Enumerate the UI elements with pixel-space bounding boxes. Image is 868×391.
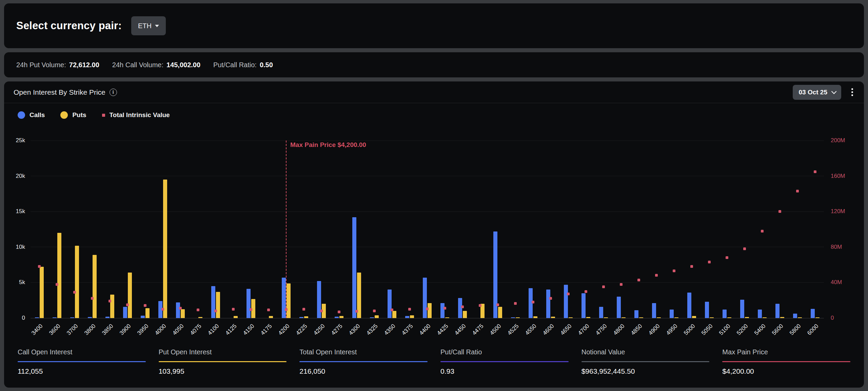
- call-bar: [581, 293, 586, 318]
- intrinsic-value-dot: [532, 301, 534, 303]
- intrinsic-value-dot: [602, 285, 605, 288]
- x-axis-label: 3950: [136, 323, 150, 337]
- x-axis-label: 5200: [735, 323, 749, 337]
- call-bar: [282, 278, 286, 318]
- x-axis-label: 4800: [612, 323, 626, 337]
- summary-underline: [159, 361, 287, 362]
- stat-put-call-ratio: Put/Call Ratio: 0.50: [213, 61, 273, 69]
- put-bar: [798, 317, 802, 318]
- summary-max-pain-price: Max Pain Price $4,200.00: [722, 348, 850, 375]
- chevron-down-icon: [831, 89, 837, 94]
- put-bar: [40, 267, 44, 318]
- put-bar: [463, 311, 467, 318]
- intrinsic-value-dot: [161, 308, 164, 311]
- intrinsic-value-dot: [637, 279, 640, 281]
- x-axis-label: 3400: [30, 323, 44, 337]
- summary-underline: [581, 361, 710, 362]
- currency-dropdown[interactable]: ETH: [131, 16, 166, 35]
- legend-item-calls[interactable]: Calls: [18, 111, 45, 119]
- x-axis-label: 5050: [700, 323, 714, 337]
- put-bar: [304, 316, 308, 318]
- x-axis-label: 4850: [630, 323, 644, 337]
- put-bar: [763, 317, 767, 318]
- intrinsic-value-dot: [179, 307, 182, 310]
- stat-value: 72,612.00: [69, 61, 99, 69]
- intrinsic-value-dot: [549, 297, 552, 300]
- chart-title: Open Interest By Strike Price: [14, 88, 105, 96]
- x-axis-label: 4950: [665, 323, 679, 337]
- intrinsic-value-dot: [197, 309, 199, 311]
- x-axis-label: 4300: [348, 323, 361, 337]
- legend-item-intrinsic-value[interactable]: Total Intrinsic Value: [102, 111, 170, 119]
- x-axis-label: 4400: [418, 323, 432, 337]
- call-bar: [53, 317, 57, 318]
- put-bar: [710, 317, 714, 318]
- put-bar: [569, 317, 573, 318]
- call-bar: [652, 303, 656, 318]
- x-axis-label: 4200: [277, 323, 291, 337]
- intrinsic-value-dot: [426, 308, 429, 310]
- y-axis-tick-left: 10k: [16, 244, 25, 250]
- call-bar: [211, 286, 215, 318]
- y-axis-tick-left: 25k: [16, 137, 25, 144]
- intrinsic-value-dot: [320, 310, 323, 312]
- call-bar: [246, 289, 251, 318]
- intrinsic-value-dot: [250, 308, 252, 311]
- x-axis-label: 4500: [489, 323, 502, 337]
- summary-value: 0.93: [440, 367, 569, 375]
- call-bar: [88, 317, 92, 318]
- intrinsic-value-dot: [690, 265, 693, 268]
- info-icon[interactable]: i: [110, 89, 117, 96]
- x-axis-label: 4175: [259, 323, 273, 337]
- intrinsic-value-dot: [214, 310, 217, 312]
- call-bar: [670, 310, 674, 318]
- x-axis-label: 5000: [683, 323, 696, 337]
- intrinsic-value-dot: [796, 190, 799, 192]
- summary-put-call-ratio: Put/Call Ratio 0.93: [440, 348, 569, 375]
- put-bar: [815, 317, 820, 318]
- put-bar: [216, 292, 220, 318]
- gridline: [31, 176, 824, 176]
- y-axis-tick-right: 40M: [831, 279, 842, 286]
- summary-value: 216,050: [299, 367, 428, 375]
- intrinsic-value-dot: [778, 210, 781, 213]
- summary-underline: [440, 361, 569, 362]
- intrinsic-value-dot: [479, 304, 481, 307]
- intrinsic-value-dot: [56, 283, 58, 286]
- x-axis-label: 4225: [295, 323, 309, 337]
- x-axis-label: 4525: [506, 323, 520, 337]
- intrinsic-value-dot: [108, 300, 111, 302]
- kebab-menu-icon[interactable]: [850, 87, 854, 97]
- x-axis-label: 3700: [65, 323, 79, 337]
- intrinsic-value-dot: [73, 291, 76, 294]
- x-axis-label: 4900: [647, 323, 661, 337]
- x-axis-label: 4150: [242, 323, 256, 337]
- intrinsic-value-dot: [355, 310, 358, 313]
- summary-underline: [299, 361, 428, 362]
- stat-put-volume: 24h Put Volume: 72,612.00: [16, 61, 99, 69]
- x-axis-label: 4000: [154, 323, 167, 337]
- call-bar: [723, 310, 727, 318]
- summary-label: Call Open Interest: [18, 348, 146, 356]
- x-axis-label: 3800: [83, 323, 97, 337]
- put-bar: [674, 317, 678, 318]
- legend-item-puts[interactable]: Puts: [60, 111, 86, 119]
- call-bar: [35, 317, 39, 318]
- stat-value: 145,002.00: [166, 61, 200, 69]
- intrinsic-value-dot: [126, 303, 129, 306]
- gridline: [31, 247, 824, 247]
- put-bar: [657, 317, 661, 318]
- put-bar: [498, 307, 502, 318]
- summary-notional-value: Notional Value $963,952,445.50: [581, 348, 710, 375]
- call-bar: [176, 302, 180, 318]
- intrinsic-value-dot: [726, 256, 728, 259]
- summary-label: Put Open Interest: [159, 348, 287, 356]
- stat-label: 24h Put Volume:: [16, 61, 66, 69]
- call-bar: [511, 317, 515, 318]
- gridline: [31, 141, 824, 141]
- call-bar: [335, 317, 339, 318]
- intrinsic-value-dot: [144, 304, 146, 307]
- intrinsic-value-dot: [338, 311, 340, 313]
- expiry-date-dropdown[interactable]: 03 Oct 25: [793, 85, 842, 100]
- put-bar: [269, 316, 273, 318]
